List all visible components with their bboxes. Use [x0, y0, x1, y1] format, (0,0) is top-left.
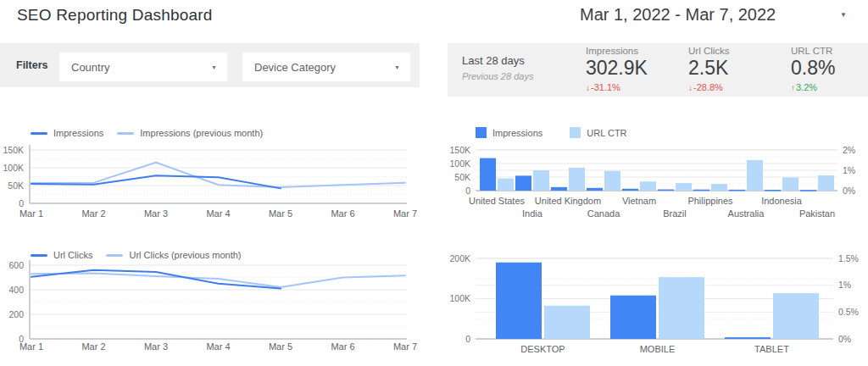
- scorecard-panel: Last 28 days Previous 28 days Impression…: [448, 43, 868, 97]
- svg-text:50K: 50K: [8, 180, 24, 191]
- bar-left-axis[interactable]: [765, 190, 781, 191]
- bar-left-axis[interactable]: [480, 158, 496, 191]
- chart-legend: ImpressionsImpressions (previous month): [31, 128, 263, 138]
- metric-value: 2.5K: [688, 57, 730, 80]
- svg-text:150K: 150K: [449, 145, 470, 155]
- bar-right-axis[interactable]: [676, 183, 692, 191]
- svg-text:Canada: Canada: [587, 208, 620, 219]
- bar-right-axis[interactable]: [569, 168, 585, 191]
- legend-label: Impressions: [492, 128, 542, 138]
- legend-item: Url Clicks (previous month): [106, 250, 241, 260]
- bar-left-axis[interactable]: [800, 190, 816, 191]
- bar-right-axis[interactable]: [782, 177, 798, 191]
- bar-left-axis[interactable]: [658, 190, 674, 191]
- legend-swatch-icon: [31, 254, 47, 257]
- period-block: Last 28 days Previous 28 days: [462, 54, 533, 81]
- date-range-picker[interactable]: Mar 1, 2022 - Mar 7, 2022: [580, 5, 776, 25]
- bar-left-axis[interactable]: [496, 263, 542, 339]
- impressions-by-device-chart[interactable]: 0%0.5%1%1.5%0100K200KDESKTOPMOBILETABLET: [448, 246, 868, 360]
- svg-text:Mar 1: Mar 1: [19, 208, 43, 219]
- svg-text:0: 0: [465, 186, 470, 196]
- bar-right-axis[interactable]: [711, 184, 727, 191]
- svg-text:0%: 0%: [838, 334, 851, 344]
- svg-text:DESKTOP: DESKTOP: [520, 344, 565, 354]
- svg-text:Mar 1: Mar 1: [19, 341, 43, 352]
- svg-text:1.5%: 1.5%: [838, 253, 859, 263]
- impressions-by-country-chart[interactable]: ImpressionsURL CTR0%1%2%050K100K150KUnit…: [448, 124, 868, 222]
- chart-canvas[interactable]: 0%0.5%1%1.5%0100K200KDESKTOPMOBILETABLET: [448, 246, 868, 360]
- bar-right-axis[interactable]: [747, 160, 763, 191]
- svg-text:0: 0: [465, 334, 470, 344]
- date-caret-icon[interactable]: ▼: [840, 11, 847, 19]
- metric-label: URL CTR: [791, 46, 835, 56]
- bar-right-axis[interactable]: [659, 277, 704, 339]
- svg-text:Mar 4: Mar 4: [206, 341, 230, 352]
- bar-left-axis[interactable]: [551, 187, 567, 191]
- bar-left-axis[interactable]: [693, 190, 709, 191]
- line-series[interactable]: [31, 273, 405, 287]
- bar-right-axis[interactable]: [498, 179, 514, 191]
- bar-left-axis[interactable]: [729, 190, 745, 191]
- svg-text:Brazil: Brazil: [663, 208, 687, 219]
- legend-label: Impressions (previous month): [140, 128, 263, 138]
- svg-text:Mar 5: Mar 5: [269, 208, 292, 219]
- bar-left-axis[interactable]: [515, 175, 531, 191]
- bar-left-axis[interactable]: [610, 296, 656, 339]
- chart-canvas[interactable]: 0200400600Mar 1Mar 2Mar 3Mar 4Mar 5Mar 6…: [0, 246, 422, 358]
- bar-right-axis[interactable]: [818, 175, 834, 191]
- svg-text:MOBILE: MOBILE: [640, 344, 676, 354]
- svg-text:150K: 150K: [3, 145, 24, 155]
- svg-text:100K: 100K: [449, 158, 470, 169]
- svg-text:0%: 0%: [843, 186, 855, 196]
- svg-text:Mar 3: Mar 3: [144, 341, 168, 352]
- svg-text:United Kingdom: United Kingdom: [535, 196, 601, 206]
- country-filter-label: Country: [71, 61, 110, 74]
- metric-label: Impressions: [586, 46, 648, 56]
- line-series[interactable]: [31, 270, 281, 289]
- svg-text:Australia: Australia: [728, 208, 765, 219]
- svg-text:Philippines: Philippines: [687, 196, 733, 206]
- device-category-filter-label: Device Category: [254, 61, 336, 74]
- svg-text:1%: 1%: [843, 165, 855, 175]
- metric-delta: ↓-28.8%: [688, 82, 730, 92]
- bar-right-axis[interactable]: [544, 306, 590, 339]
- url-clicks-trend-chart[interactable]: Url ClicksUrl Clicks (previous month)020…: [0, 246, 422, 358]
- chart-canvas[interactable]: 0%1%2%050K100K150KUnited StatesIndiaUnit…: [448, 124, 868, 222]
- svg-text:Mar 3: Mar 3: [144, 208, 168, 219]
- bar-right-axis[interactable]: [640, 181, 656, 191]
- impressions-trend-chart[interactable]: ImpressionsImpressions (previous month)0…: [0, 124, 422, 219]
- bar-left-axis[interactable]: [587, 188, 603, 191]
- svg-text:Indonesia: Indonesia: [761, 196, 803, 206]
- svg-text:Mar 6: Mar 6: [331, 208, 354, 219]
- bar-right-axis[interactable]: [604, 171, 620, 191]
- bar-left-axis[interactable]: [622, 189, 638, 191]
- down-arrow-icon: ↓: [586, 83, 590, 92]
- metric-impressions: Impressions 302.9K ↓-31.1%: [586, 46, 648, 92]
- bar-left-axis[interactable]: [725, 337, 771, 339]
- svg-text:200K: 200K: [449, 253, 470, 263]
- svg-text:100K: 100K: [449, 293, 470, 303]
- legend-label: Url Clicks (previous month): [129, 250, 241, 260]
- svg-text:United States: United States: [469, 196, 526, 206]
- date-range-label: Mar 1, 2022 - Mar 7, 2022: [580, 5, 776, 24]
- country-filter-dropdown[interactable]: Country ▼: [59, 53, 227, 81]
- comparison-period-label: Previous 28 days: [462, 71, 533, 81]
- svg-text:Mar 2: Mar 2: [81, 341, 105, 352]
- svg-text:0: 0: [19, 198, 24, 208]
- legend-label: Url Clicks: [53, 250, 92, 260]
- page-title: SEO Reporting Dashboard: [17, 6, 213, 25]
- bar-right-axis[interactable]: [533, 170, 549, 191]
- metric-url-clicks: Url Clicks 2.5K ↓-28.8%: [688, 46, 730, 92]
- metric-url-ctr: URL CTR 0.8% ↑3.2%: [791, 46, 835, 92]
- svg-text:400: 400: [8, 285, 24, 295]
- legend-item: Impressions: [31, 128, 103, 138]
- legend-label: URL CTR: [587, 128, 626, 138]
- svg-text:100K: 100K: [3, 163, 24, 173]
- legend-swatch-icon: [117, 132, 134, 135]
- filters-label: Filters: [16, 59, 48, 71]
- chevron-down-icon: ▼: [394, 64, 400, 70]
- svg-text:600: 600: [8, 260, 24, 270]
- legend-swatch-icon: [31, 132, 47, 135]
- device-category-filter-dropdown[interactable]: Device Category ▼: [242, 53, 410, 81]
- bar-right-axis[interactable]: [773, 293, 819, 339]
